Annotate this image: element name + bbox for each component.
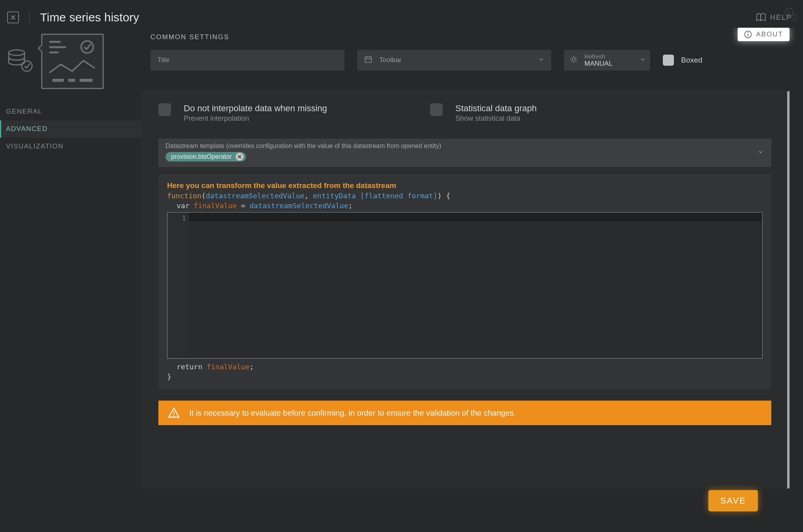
svg-rect-12 (80, 79, 93, 82)
code-return: return (177, 363, 202, 371)
code-hint: Here you can transform the value extract… (167, 181, 763, 190)
title-input[interactable]: Title (150, 50, 344, 70)
toolbar-label: Toolbar (379, 56, 402, 64)
svg-point-5 (22, 61, 32, 71)
code-final2: finalValue (207, 363, 249, 371)
top-bar: Time series history HELP (0, 0, 803, 28)
code-arg2: entityData [flattened format] (313, 192, 437, 200)
chevron-down-icon (758, 149, 763, 156)
svg-rect-8 (49, 51, 59, 53)
statistical-sub: Show statistical data (455, 114, 537, 123)
svg-point-14 (748, 32, 749, 34)
settings-gear-icon[interactable] (782, 6, 799, 24)
code-editor[interactable]: 1 (167, 212, 763, 359)
statistical-title: Statistical data graph (455, 103, 537, 114)
warning-icon (168, 407, 180, 419)
about-label: ABOUT (756, 30, 783, 38)
title-placeholder: Title (158, 57, 169, 64)
svg-rect-7 (49, 46, 66, 48)
boxed-checkbox[interactable] (663, 55, 674, 66)
svg-point-20 (572, 58, 575, 61)
svg-point-3 (793, 17, 795, 18)
datastream-template-select[interactable]: Datastream template (overrides configura… (158, 139, 771, 167)
refresh-label: Refresh (584, 53, 605, 60)
chip-remove-icon[interactable]: ✕ (236, 153, 244, 161)
template-desc: Datastream template (overrides configura… (166, 142, 764, 150)
svg-point-9 (81, 41, 93, 53)
template-chip-label: provision.btsOperator (171, 153, 232, 160)
cog-icon (569, 55, 578, 65)
code-arg1: datastreamSelectedValue (206, 192, 304, 200)
about-button[interactable]: ABOUT (738, 28, 790, 41)
code-var: var (177, 201, 190, 210)
save-button[interactable]: SAVE (708, 490, 758, 511)
main-panel: COMMON SETTINGS ABOUT Title Toolbar (141, 28, 803, 532)
warning-text: It is necessary to evaluate before confi… (189, 408, 516, 418)
close-icon (10, 15, 16, 20)
tab-advanced[interactable]: ADVANCED (0, 120, 141, 138)
svg-rect-6 (49, 41, 61, 43)
code-final: finalValue (194, 201, 236, 210)
sidebar: GENERAL ADVANCED VISUALIZATION (0, 28, 141, 532)
calendar-icon (364, 55, 372, 65)
warning-bar: It is necessary to evaluate before confi… (158, 401, 771, 425)
advanced-content: Do not interpolate data when missing Pre… (141, 91, 790, 488)
refresh-select[interactable]: Refresh MANUAL (564, 50, 650, 70)
template-chip: provision.btsOperator ✕ (166, 152, 246, 162)
tab-general[interactable]: GENERAL (0, 103, 141, 120)
close-button[interactable] (7, 11, 19, 23)
chevron-down-icon (640, 57, 645, 64)
code-fn: function (167, 192, 202, 200)
code-transform-block: Here you can transform the value extract… (158, 174, 771, 390)
info-icon (744, 30, 752, 38)
code-rhs: datastreamSelectedValue (249, 201, 348, 210)
interpolate-title: Do not interpolate data when missing (184, 103, 327, 114)
page-title: Time series history (40, 11, 139, 24)
widget-preview-icon (41, 34, 104, 89)
chevron-down-icon (539, 57, 544, 64)
interpolate-sub: Prevent interpolation (184, 114, 327, 123)
database-icon (7, 47, 34, 76)
svg-rect-15 (748, 34, 748, 36)
divider (29, 11, 30, 24)
interpolate-checkbox[interactable] (158, 103, 171, 116)
svg-rect-16 (365, 57, 371, 63)
statistical-checkbox[interactable] (430, 103, 443, 116)
svg-rect-11 (68, 79, 75, 82)
boxed-label: Boxed (681, 56, 702, 65)
refresh-value: MANUAL (584, 60, 613, 68)
svg-point-1 (788, 11, 790, 13)
svg-point-4 (9, 50, 25, 55)
common-settings-heading: COMMON SETTINGS (150, 30, 803, 46)
book-icon (756, 13, 766, 22)
line-number: 1 (167, 215, 186, 222)
toolbar-select[interactable]: Toolbar (357, 50, 551, 70)
tab-visualization[interactable]: VISUALIZATION (0, 138, 141, 155)
svg-rect-10 (52, 79, 64, 82)
svg-point-22 (173, 416, 175, 417)
